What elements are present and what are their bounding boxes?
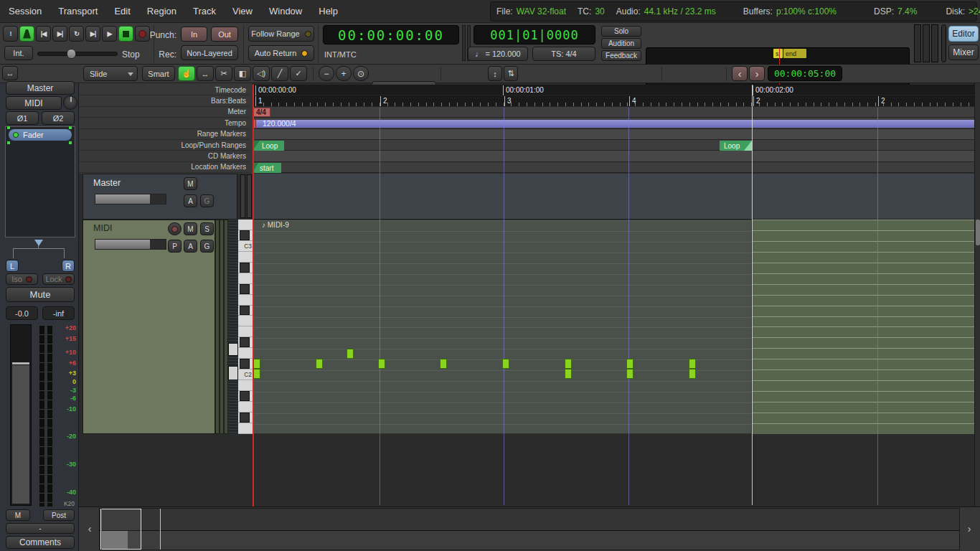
nudge-clock[interactable]: 00:00:05:00 — [768, 66, 842, 81]
midi-note[interactable] — [689, 369, 696, 379]
punch-in-button[interactable]: In — [181, 27, 207, 42]
midi-note[interactable] — [316, 359, 323, 369]
fader-handle[interactable] — [12, 362, 29, 364]
midi-track-content[interactable] — [752, 220, 980, 434]
midi-record-enable-button[interactable] — [168, 222, 182, 235]
monitor-input-button[interactable]: Int. — [4, 46, 33, 60]
audition-button[interactable]: Audition — [601, 38, 641, 49]
master-scroll-bar[interactable] — [240, 174, 245, 218]
metronome-button[interactable] — [19, 26, 34, 42]
midi-note[interactable] — [378, 359, 385, 369]
piano-key-black[interactable] — [238, 230, 253, 241]
loop-end-marker[interactable]: Loop — [720, 141, 752, 151]
gain-automation-button[interactable]: - — [6, 523, 75, 534]
ruler-row-4[interactable] — [253, 129, 980, 140]
mixer-tab-button[interactable]: Mixer — [948, 44, 979, 60]
metering-point-button[interactable]: Post — [43, 509, 75, 521]
zoom-to-session-button[interactable]: ⊙ — [353, 66, 369, 81]
stop-button[interactable] — [118, 26, 133, 42]
piano-key-white[interactable]: C3 — [238, 241, 253, 252]
ruler-label-4[interactable]: Range Markers — [79, 129, 250, 140]
ruler-label-2[interactable]: Meter — [79, 107, 250, 118]
ruler-label-0[interactable]: Timecode — [79, 85, 250, 95]
summary-scroll-left-button[interactable]: ‹ — [82, 509, 98, 549]
smart-mode-button[interactable]: Smart — [142, 66, 175, 81]
secondary-clock[interactable]: 001|01|0000 — [473, 25, 595, 44]
master-g-button[interactable]: G — [200, 194, 214, 207]
mono-button[interactable]: M — [6, 509, 30, 521]
minimap-start-marker[interactable]: s — [773, 49, 783, 58]
loop-start-marker[interactable]: Loop — [253, 141, 284, 151]
master-gain-slider[interactable] — [95, 194, 166, 204]
processor-active-led-icon[interactable] — [13, 132, 19, 138]
playhead-line[interactable] — [253, 85, 254, 507]
ruler-label-6[interactable]: CD Markers — [79, 151, 250, 161]
editor-canvas-empty[interactable] — [79, 434, 980, 507]
piano-key-black[interactable] — [238, 263, 253, 273]
sync-source-button[interactable]: INT/MTC — [324, 50, 382, 59]
piano-keyboard[interactable]: C3C2 — [238, 220, 253, 434]
master-scroll-bar[interactable] — [247, 174, 252, 218]
master-track-content[interactable] — [253, 174, 980, 220]
edit-mode-dropdown[interactable]: Slide — [83, 66, 138, 81]
audition-tool-button[interactable]: ◁) — [253, 66, 270, 81]
shuttle-slider[interactable] — [37, 52, 118, 56]
nudge-back-button[interactable]: ‹ — [732, 66, 748, 81]
time-signature-button[interactable]: TS: 4/4 — [532, 47, 595, 61]
midi-note[interactable] — [565, 369, 572, 379]
piano-key-white[interactable] — [238, 295, 253, 306]
goto-start-button[interactable]: |◀ — [36, 26, 51, 42]
piano-key-white[interactable] — [238, 326, 253, 337]
summary-strip[interactable] — [99, 508, 960, 550]
comments-button[interactable]: Comments — [6, 536, 75, 549]
play-button[interactable]: ▶ — [102, 26, 117, 42]
punch-out-button[interactable]: Out — [211, 27, 238, 42]
piano-key-white[interactable] — [238, 273, 253, 284]
summary-view-rect[interactable] — [100, 509, 141, 550]
auto-return-button[interactable]: Auto Return — [248, 45, 314, 61]
midi-note[interactable] — [253, 359, 260, 369]
solo-button[interactable]: Solo — [601, 26, 641, 37]
midi-note[interactable] — [347, 349, 354, 359]
solo-isolate-button[interactable]: Iso — [6, 273, 38, 285]
scroomer-handle[interactable] — [228, 343, 238, 356]
menu-item-view[interactable]: View — [232, 6, 253, 17]
minimap-end-marker[interactable]: end — [783, 49, 806, 58]
pan-handle[interactable] — [34, 240, 43, 246]
ruler-label-5[interactable]: Loop/Punch Ranges — [79, 140, 250, 151]
piano-key-white[interactable]: C2 — [238, 369, 253, 380]
editor-mixer-toggle-button[interactable]: ↔ — [2, 66, 18, 80]
midi-note[interactable] — [502, 359, 509, 369]
zoom-out-button[interactable]: − — [319, 66, 334, 81]
midi-a-button[interactable]: A — [184, 240, 197, 253]
midi-note[interactable] — [626, 369, 633, 379]
master-track-header[interactable]: Master M A G — [83, 174, 237, 220]
play-range-button[interactable]: ▶| — [85, 26, 100, 42]
vertical-scrollbar-thumb[interactable] — [976, 220, 980, 245]
menu-item-track[interactable]: Track — [193, 6, 216, 17]
record-mode-button[interactable]: Non-Layered — [181, 45, 238, 60]
piano-key-white[interactable] — [238, 348, 253, 359]
meter-marker[interactable]: 4/4 — [253, 108, 270, 117]
ruler-row-1[interactable] — [253, 95, 980, 106]
master-track-name[interactable]: Master — [93, 178, 121, 188]
summary-scroll-right-button[interactable]: › — [961, 509, 977, 549]
edit-tool-button[interactable]: ✓ — [290, 66, 307, 81]
midi-scroomer[interactable] — [228, 220, 238, 434]
midi-track-header[interactable]: MIDI M S P A G — [83, 220, 215, 434]
ruler-row-6[interactable] — [253, 151, 980, 161]
primary-clock[interactable]: 00:00:00:00 — [323, 25, 459, 44]
piano-key-black[interactable] — [238, 337, 253, 348]
midi-region[interactable]: ♪ MIDI-9 — [253, 220, 752, 434]
zoom-in-button[interactable]: + — [336, 66, 352, 81]
midi-track-name[interactable]: MIDI — [93, 223, 112, 233]
location-start-marker[interactable]: start — [253, 163, 281, 173]
menu-item-session[interactable]: Session — [9, 6, 42, 17]
midi-note[interactable] — [565, 359, 572, 369]
midi-note[interactable] — [253, 369, 260, 379]
nudge-forward-button[interactable]: › — [749, 66, 765, 81]
midi-gain-slider[interactable] — [95, 239, 166, 250]
menu-item-window[interactable]: Window — [269, 6, 302, 17]
piano-key-black[interactable] — [238, 413, 253, 423]
stretch-tool-button[interactable]: ◧ — [234, 66, 251, 81]
